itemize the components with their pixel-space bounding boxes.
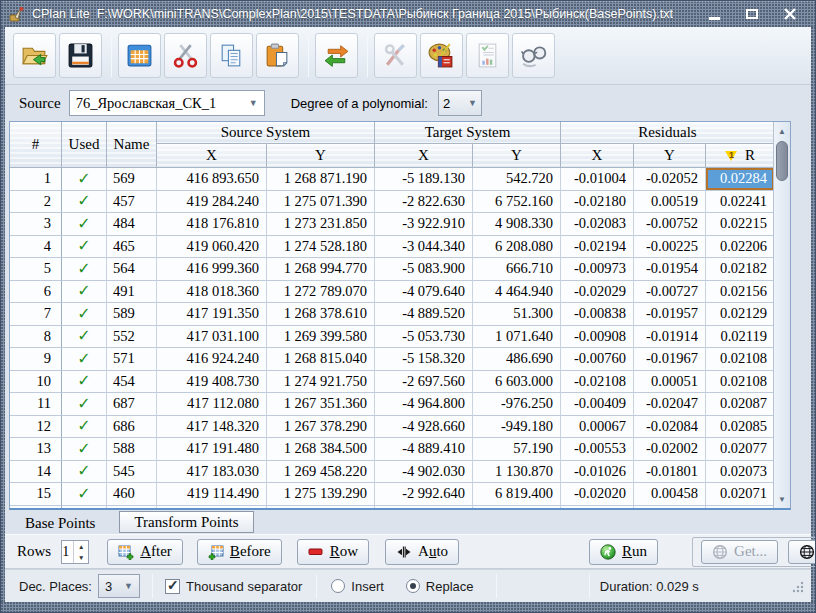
residual-r-cell[interactable]: 0.02284	[706, 168, 775, 191]
row-number-cell[interactable]: 15	[10, 483, 62, 506]
target-y-cell[interactable]: 4 464.940	[473, 281, 561, 304]
column-header-used[interactable]: Used	[62, 122, 107, 168]
residual-x-cell[interactable]: -0.02194	[561, 236, 634, 259]
residual-x-cell[interactable]: -0.02083	[561, 213, 634, 236]
source-y-cell[interactable]: 1 269 399.580	[267, 326, 375, 349]
name-cell[interactable]: 687	[107, 393, 157, 416]
source-x-cell[interactable]: 417 148.320	[157, 416, 267, 439]
source-x-cell[interactable]: 418 482.790	[157, 506, 267, 510]
spinner-down-icon[interactable]: ▼	[74, 552, 88, 563]
source-y-cell[interactable]: 1 273 231.850	[267, 213, 375, 236]
name-cell[interactable]: 465	[107, 236, 157, 259]
residual-y-cell[interactable]: 0.00051	[634, 371, 706, 394]
insert-radio[interactable]	[331, 579, 345, 593]
residual-y-cell[interactable]: -0.02002	[634, 438, 706, 461]
target-y-cell[interactable]: 6 603.000	[473, 371, 561, 394]
target-y-cell[interactable]: -949.180	[473, 416, 561, 439]
used-cell[interactable]: ✓	[62, 258, 107, 281]
scroll-up-icon[interactable]: ▲	[774, 123, 790, 139]
used-cell[interactable]: ✓	[62, 191, 107, 214]
residual-x-cell[interactable]: -0.00838	[561, 303, 634, 326]
residual-r-cell[interactable]: 0.02119	[706, 326, 775, 349]
target-x-cell[interactable]: -3 044.340	[375, 236, 473, 259]
row-number-cell[interactable]: 6	[10, 281, 62, 304]
report-button[interactable]	[466, 33, 509, 78]
target-x-cell[interactable]: -4 889.410	[375, 438, 473, 461]
residual-y-cell[interactable]: -0.02047	[634, 393, 706, 416]
name-cell[interactable]: 460	[107, 483, 157, 506]
tab-transform-points[interactable]: Transform Points	[119, 511, 253, 533]
source-y-cell[interactable]: 1 268 384.500	[267, 438, 375, 461]
target-y-cell[interactable]: 666.710	[473, 258, 561, 281]
residual-r-cell[interactable]: 0.02182	[706, 258, 775, 281]
run-button[interactable]: Run	[589, 539, 658, 565]
settings-button[interactable]	[374, 33, 417, 78]
palette-button[interactable]	[420, 33, 463, 78]
insert-before-button[interactable]: Before	[197, 539, 282, 565]
name-cell[interactable]: 588	[107, 438, 157, 461]
source-x-cell[interactable]: 417 112.080	[157, 393, 267, 416]
target-y-cell[interactable]: 5 929.240	[473, 506, 561, 510]
source-x-cell[interactable]: 417 031.100	[157, 326, 267, 349]
copy-button[interactable]	[210, 33, 253, 78]
row-number-cell[interactable]: 1	[10, 168, 62, 191]
used-cell[interactable]: ✓	[62, 438, 107, 461]
row-number-cell[interactable]: 3	[10, 213, 62, 236]
target-x-cell[interactable]: -4 079.640	[375, 281, 473, 304]
thousand-separator-checkbox[interactable]: ✓	[165, 579, 180, 594]
residual-x-cell[interactable]: -0.00760	[561, 348, 634, 371]
name-cell[interactable]: 545	[107, 461, 157, 484]
column-header-residual-x[interactable]: X	[561, 144, 634, 168]
residual-y-cell[interactable]: 0.00519	[634, 191, 706, 214]
target-y-cell[interactable]: 51.300	[473, 303, 561, 326]
column-header-residual-r[interactable]: 1 R	[706, 144, 775, 168]
row-number-cell[interactable]: 11	[10, 393, 62, 416]
row-number-cell[interactable]: 9	[10, 348, 62, 371]
source-x-cell[interactable]: 419 284.240	[157, 191, 267, 214]
source-y-cell[interactable]: 1 268 815.040	[267, 348, 375, 371]
source-y-cell[interactable]: 1 274 528.180	[267, 236, 375, 259]
row-number-cell[interactable]: 12	[10, 416, 62, 439]
name-cell[interactable]: 589	[107, 303, 157, 326]
name-cell[interactable]: 491	[107, 281, 157, 304]
target-x-cell[interactable]: -5 083.900	[375, 258, 473, 281]
residual-x-cell[interactable]: -0.00553	[561, 438, 634, 461]
column-header-index[interactable]: #	[10, 122, 62, 168]
target-x-cell[interactable]: -2 697.560	[375, 371, 473, 394]
residual-r-cell[interactable]: 0.02156	[706, 281, 775, 304]
row-number-cell[interactable]: 7	[10, 303, 62, 326]
residual-x-cell[interactable]: -0.02108	[561, 371, 634, 394]
exchange-button[interactable]	[315, 33, 358, 78]
residual-x-cell[interactable]: -0.00908	[561, 326, 634, 349]
residual-y-cell[interactable]: -0.00124	[634, 506, 706, 510]
residual-y-cell[interactable]: -0.01801	[634, 461, 706, 484]
residual-r-cell[interactable]: 0.02108	[706, 348, 775, 371]
residual-r-cell[interactable]: 0.02077	[706, 438, 775, 461]
residual-y-cell[interactable]: -0.02084	[634, 416, 706, 439]
residual-x-cell[interactable]: -0.02029	[561, 281, 634, 304]
source-x-cell[interactable]: 418 176.810	[157, 213, 267, 236]
source-x-cell[interactable]: 418 018.360	[157, 281, 267, 304]
degree-select[interactable]: 2 ▼	[438, 90, 482, 116]
used-cell[interactable]: ✓	[62, 213, 107, 236]
source-y-cell[interactable]: 1 267 378.290	[267, 416, 375, 439]
residual-r-cell[interactable]: 0.02129	[706, 303, 775, 326]
source-y-cell[interactable]: 1 268 378.610	[267, 303, 375, 326]
source-x-cell[interactable]: 417 191.480	[157, 438, 267, 461]
used-cell[interactable]: ✓	[62, 326, 107, 349]
target-x-cell[interactable]: -2 822.630	[375, 191, 473, 214]
used-cell[interactable]: ✓	[62, 483, 107, 506]
source-x-cell[interactable]: 416 999.360	[157, 258, 267, 281]
close-button[interactable]	[775, 5, 805, 23]
name-cell[interactable]: 454	[107, 371, 157, 394]
target-x-cell[interactable]: -4 902.030	[375, 461, 473, 484]
source-y-cell[interactable]: 1 275 139.290	[267, 483, 375, 506]
target-x-cell[interactable]: -5 189.130	[375, 168, 473, 191]
source-y-cell[interactable]: 1 267 351.360	[267, 393, 375, 416]
residual-r-cell[interactable]: 0.02206	[706, 236, 775, 259]
target-y-cell[interactable]: 486.690	[473, 348, 561, 371]
used-cell[interactable]: ✓	[62, 236, 107, 259]
insert-after-button[interactable]: After	[107, 539, 183, 565]
source-x-cell[interactable]: 419 114.490	[157, 483, 267, 506]
target-y-cell[interactable]: -976.250	[473, 393, 561, 416]
